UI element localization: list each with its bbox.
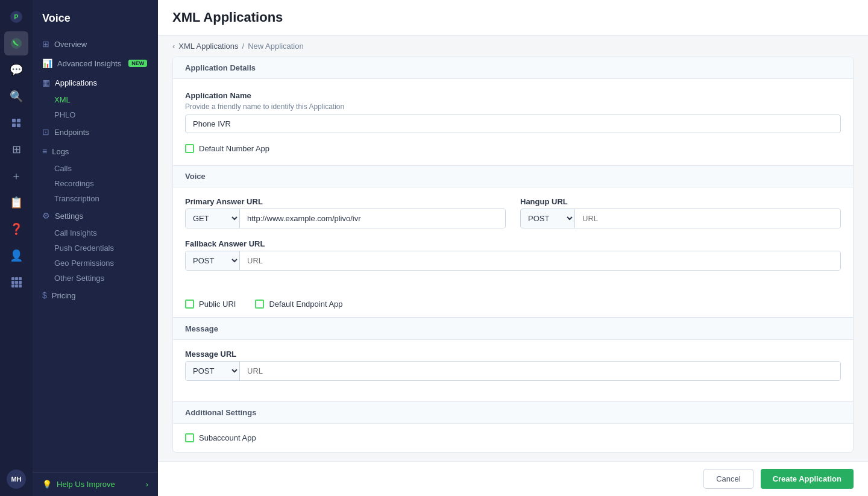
svg-rect-6 bbox=[17, 124, 20, 127]
logs-icon: ≡ bbox=[42, 146, 47, 156]
app-name-input[interactable] bbox=[185, 115, 841, 133]
sidebar-item-settings[interactable]: ⚙ Settings bbox=[33, 206, 158, 225]
chevron-left-icon: ‹ bbox=[172, 42, 175, 51]
sidebar-item-overview[interactable]: ⊞ Overview bbox=[33, 34, 158, 54]
page-title: XML Applications bbox=[172, 10, 854, 25]
footer-bar: Cancel Create Application bbox=[158, 461, 868, 496]
message-url-group: Message URL POST GET bbox=[185, 350, 841, 381]
primary-answer-url-row: GET POST bbox=[185, 209, 506, 228]
sidebar-item-pricing-label: Pricing bbox=[52, 291, 76, 300]
sidebar-sub-settings: Call Insights Push Credentials Geo Permi… bbox=[33, 225, 158, 286]
sidebar-item-endpoints-label: Endpoints bbox=[54, 128, 89, 137]
icon-bar-reports[interactable]: 📋 bbox=[4, 190, 28, 215]
public-uri-checkbox[interactable] bbox=[185, 300, 194, 309]
sidebar-sub-transcription[interactable]: Transcription bbox=[54, 191, 158, 206]
app-name-label: Application Name bbox=[185, 91, 841, 100]
cancel-button[interactable]: Cancel bbox=[703, 469, 753, 489]
sidebar-sub-push-credentials[interactable]: Push Credentials bbox=[54, 240, 158, 256]
insights-icon: 📊 bbox=[42, 58, 52, 68]
default-endpoint-app-label: Default Endpoint App bbox=[269, 300, 342, 309]
sidebar-sub-geo-permissions[interactable]: Geo Permissions bbox=[54, 256, 158, 271]
voice-urls-grid: Primary Answer URL GET POST Hangup URL bbox=[185, 197, 841, 228]
icon-bar-search[interactable]: 🔍 bbox=[4, 84, 28, 108]
sidebar-item-logs[interactable]: ≡ Logs bbox=[33, 142, 158, 161]
icon-bar-grid[interactable] bbox=[4, 270, 28, 294]
sidebar-item-logs-label: Logs bbox=[52, 147, 69, 156]
help-icon: 💡 bbox=[42, 480, 52, 489]
icon-bar-support[interactable]: 👤 bbox=[4, 243, 28, 268]
icon-bar-logo[interactable]: P bbox=[4, 5, 28, 29]
message-section-header: Message bbox=[173, 318, 853, 340]
chevron-right-icon: › bbox=[146, 480, 148, 489]
main-content: XML Applications ‹ XML Applications / Ne… bbox=[158, 0, 868, 496]
primary-answer-url-group: Primary Answer URL GET POST bbox=[185, 197, 506, 228]
sidebar-sub-recordings[interactable]: Recordings bbox=[54, 176, 158, 191]
sidebar-sub-calls[interactable]: Calls bbox=[54, 161, 158, 176]
svg-point-2 bbox=[11, 38, 22, 49]
svg-rect-8 bbox=[15, 277, 18, 280]
sidebar-sub-xml[interactable]: XML bbox=[54, 92, 158, 107]
app-details-body: Application Name Provide a friendly name… bbox=[173, 79, 853, 165]
breadcrumb-parent[interactable]: XML Applications bbox=[178, 42, 238, 51]
overview-icon: ⊞ bbox=[42, 39, 49, 49]
sidebar-item-settings-label: Settings bbox=[55, 212, 83, 221]
sidebar-item-insights-label: Advanced Insights bbox=[57, 59, 121, 68]
page-header: XML Applications bbox=[158, 0, 868, 36]
message-url-section: Message URL POST GET bbox=[173, 340, 853, 401]
fallback-answer-url-label: Fallback Answer URL bbox=[185, 239, 841, 248]
sidebar-sub-applications: XML PHLO bbox=[33, 92, 158, 122]
user-avatar[interactable]: MH bbox=[7, 469, 26, 489]
default-endpoint-app-checkbox[interactable] bbox=[255, 300, 264, 309]
create-application-button[interactable]: Create Application bbox=[761, 469, 854, 489]
settings-icon: ⚙ bbox=[42, 211, 50, 221]
sidebar-item-advanced-insights[interactable]: 📊 Advanced Insights NEW bbox=[33, 54, 158, 73]
sidebar-title: Voice bbox=[33, 0, 158, 34]
hangup-method-select[interactable]: POST GET bbox=[521, 209, 575, 228]
icon-bar-help[interactable]: ❓ bbox=[4, 217, 28, 241]
message-method-select[interactable]: POST GET bbox=[186, 362, 240, 380]
pricing-icon: $ bbox=[42, 290, 47, 300]
icon-bar-numbers[interactable] bbox=[4, 111, 28, 135]
additional-checkbox-label: Subaccount App bbox=[199, 433, 256, 442]
sidebar-sub-other-settings[interactable]: Other Settings bbox=[54, 271, 158, 286]
default-endpoint-app-row: Default Endpoint App bbox=[255, 300, 342, 309]
fallback-method-select[interactable]: POST GET bbox=[186, 251, 240, 270]
sidebar-sub-phlo[interactable]: PHLO bbox=[54, 107, 158, 122]
primary-answer-url-input[interactable] bbox=[240, 209, 505, 228]
icon-bar-voice[interactable] bbox=[4, 31, 28, 55]
app-details-header: Application Details bbox=[173, 57, 853, 79]
fallback-answer-url-row: POST GET bbox=[185, 251, 841, 271]
help-us-improve[interactable]: 💡 Help Us Improve › bbox=[33, 472, 158, 496]
svg-text:P: P bbox=[14, 13, 18, 20]
hangup-url-input[interactable] bbox=[575, 209, 840, 228]
additional-checkbox-row: Subaccount App bbox=[185, 433, 841, 442]
fallback-answer-url-input[interactable] bbox=[240, 251, 840, 270]
breadcrumb: ‹ XML Applications / New Application bbox=[158, 36, 868, 57]
svg-rect-9 bbox=[19, 277, 22, 280]
sidebar: Voice ⊞ Overview 📊 Advanced Insights NEW… bbox=[33, 0, 158, 496]
breadcrumb-separator: / bbox=[242, 42, 245, 51]
sidebar-sub-logs: Calls Recordings Transcription bbox=[33, 161, 158, 206]
additional-checkbox[interactable] bbox=[185, 433, 194, 442]
sidebar-item-endpoints[interactable]: ⊡ Endpoints bbox=[33, 122, 158, 142]
svg-rect-4 bbox=[17, 119, 20, 122]
svg-rect-3 bbox=[12, 119, 16, 122]
svg-rect-10 bbox=[11, 281, 14, 284]
sidebar-sub-call-insights[interactable]: Call Insights bbox=[54, 225, 158, 240]
sidebar-item-pricing[interactable]: $ Pricing bbox=[33, 286, 158, 305]
voice-checkboxes-row: Public URI Default Endpoint App bbox=[173, 291, 853, 318]
icon-bar-flows[interactable]: ⊞ bbox=[4, 137, 28, 162]
endpoints-icon: ⊡ bbox=[42, 127, 49, 137]
help-label: Help Us Improve bbox=[57, 480, 115, 489]
icon-bar-messages[interactable]: 💬 bbox=[4, 58, 28, 82]
icon-bar-plus[interactable]: ＋ bbox=[4, 164, 28, 188]
additional-settings-section: Subaccount App bbox=[173, 424, 853, 452]
voice-section-header: Voice bbox=[173, 165, 853, 187]
svg-rect-5 bbox=[12, 124, 16, 127]
default-number-app-checkbox[interactable] bbox=[185, 144, 194, 153]
svg-rect-14 bbox=[15, 284, 18, 287]
message-url-input[interactable] bbox=[240, 362, 840, 380]
message-url-row: POST GET bbox=[185, 361, 841, 381]
primary-answer-method-select[interactable]: GET POST bbox=[186, 209, 240, 228]
sidebar-item-applications[interactable]: ▦ Applications bbox=[33, 73, 158, 92]
